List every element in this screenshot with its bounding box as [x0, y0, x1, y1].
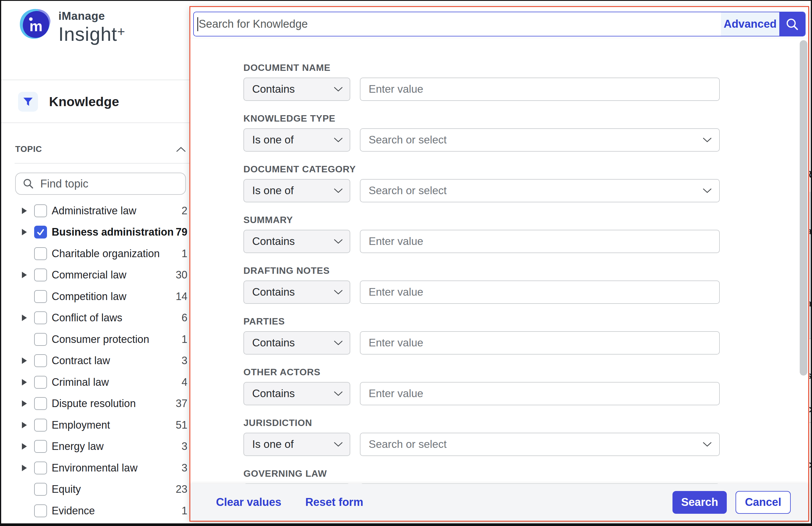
value-input[interactable]: Enter value: [360, 281, 720, 304]
search-placeholder: Search for Knowledge: [199, 18, 308, 30]
topic-row[interactable]: Dispute resolution 37: [1, 393, 194, 415]
value-input[interactable]: Search or select: [360, 128, 720, 152]
find-topic-input[interactable]: Find topic: [15, 172, 186, 195]
topic-row[interactable]: Evidence 1: [1, 500, 194, 522]
topic-count: 3: [182, 355, 187, 367]
topic-checkbox[interactable]: [34, 247, 47, 260]
topic-checkbox[interactable]: [34, 440, 47, 453]
chevron-down-icon: [334, 341, 343, 346]
topic-checkbox[interactable]: [34, 505, 47, 517]
chevron-up-icon[interactable]: [176, 146, 186, 152]
topic-row[interactable]: Employment 51: [1, 414, 194, 436]
operator-dropdown[interactable]: Contains: [243, 78, 350, 101]
topic-row[interactable]: Consumer protection 1: [1, 329, 194, 350]
topic-checkbox[interactable]: [34, 483, 47, 496]
operator-dropdown[interactable]: Contains: [243, 331, 350, 355]
expand-arrow-icon[interactable]: [22, 443, 27, 450]
value-input[interactable]: Search or select: [360, 179, 720, 202]
topic-checkbox[interactable]: [34, 205, 47, 217]
topic-count: 1: [182, 333, 187, 346]
dialog-scrollbar[interactable]: [800, 39, 807, 483]
expand-arrow-icon[interactable]: [22, 400, 27, 407]
value-input[interactable]: Enter value: [360, 230, 720, 253]
sidebar: m iManage Insight+ Knowledge TOPIC: [1, 1, 194, 523]
operator-dropdown[interactable]: Is one of: [243, 433, 350, 456]
imanage-logo-icon: m: [18, 8, 52, 40]
topic-checkbox[interactable]: [34, 354, 47, 367]
topic-checkbox[interactable]: [34, 419, 47, 432]
knowledge-search-bar: Search for Knowledge Advanced: [193, 12, 806, 36]
expand-arrow-icon[interactable]: [22, 422, 27, 428]
topic-row[interactable]: Equity 23: [1, 479, 194, 500]
topic-checkbox[interactable]: [34, 290, 47, 303]
expand-arrow-icon[interactable]: [22, 272, 27, 278]
topic-label: Criminal law: [52, 376, 109, 388]
value-input[interactable]: Enter value: [360, 382, 720, 405]
expand-arrow-icon[interactable]: [22, 208, 27, 214]
topic-row[interactable]: Commercial law 30: [1, 265, 194, 286]
value-input[interactable]: Enter value: [360, 331, 720, 355]
topic-row[interactable]: Criminal law 4: [1, 372, 194, 393]
topic-row[interactable]: Charitable organization 1: [1, 243, 194, 265]
clipped-text-fragment: c: [809, 459, 812, 470]
field-label: PARTIES: [243, 315, 808, 327]
expand-arrow-icon[interactable]: [22, 358, 27, 364]
value-input[interactable]: Enter value: [360, 78, 720, 101]
field-row: Contains Enter value: [243, 281, 808, 304]
topic-row[interactable]: Business administration 79: [1, 222, 194, 243]
operator-dropdown[interactable]: Contains: [243, 230, 350, 253]
chevron-down-icon: [334, 87, 343, 92]
divider: [15, 163, 191, 164]
operator-dropdown[interactable]: Contains: [243, 281, 350, 304]
topic-label: Administrative law: [52, 205, 136, 217]
search-input[interactable]: Search for Knowledge: [194, 12, 721, 36]
topic-row[interactable]: Environmental law 3: [1, 457, 194, 479]
operator-dropdown[interactable]: Contains: [243, 382, 350, 405]
operator-value: Is one of: [252, 438, 294, 450]
expand-arrow-icon[interactable]: [22, 229, 27, 235]
logo-text: iManage Insight+: [58, 8, 125, 45]
topic-row[interactable]: Energy law 3: [1, 436, 194, 457]
operator-value: Contains: [252, 337, 295, 349]
operator-value: Contains: [252, 388, 295, 400]
topic-count: 6: [182, 312, 187, 324]
clipped-text-fragment: ta: [809, 298, 812, 309]
app-root: m iManage Insight+ Knowledge TOPIC: [0, 0, 812, 526]
topic-count: 23: [176, 483, 187, 495]
topic-checkbox[interactable]: [34, 397, 47, 410]
topic-checkbox[interactable]: [34, 462, 47, 475]
field-label: GOVERNING LAW: [243, 468, 808, 479]
search-button[interactable]: Search: [672, 491, 727, 514]
search-icon: [785, 17, 799, 31]
expand-arrow-icon[interactable]: [22, 379, 27, 386]
dialog-footer: Clear values Reset form Search Cancel: [190, 484, 808, 521]
value-input[interactable]: Search or select: [360, 433, 720, 456]
topic-row[interactable]: Contract law 3: [1, 350, 194, 372]
background-row-band: [809, 192, 812, 339]
scrollbar-thumb[interactable]: [800, 40, 807, 376]
topic-checkbox[interactable]: [34, 311, 47, 324]
topic-checkbox[interactable]: [34, 269, 47, 281]
topic-checkbox[interactable]: [34, 226, 47, 239]
expand-arrow-icon[interactable]: [22, 465, 27, 471]
topic-row[interactable]: Conflict of laws 6: [1, 307, 194, 329]
expand-arrow-icon[interactable]: [22, 315, 27, 321]
advanced-button[interactable]: Advanced: [721, 12, 779, 36]
operator-dropdown[interactable]: Is one of: [243, 128, 350, 152]
operator-dropdown[interactable]: Is one of: [243, 179, 350, 202]
search-submit-button[interactable]: [779, 12, 805, 36]
clipped-text-fragment: c: [809, 403, 812, 415]
topic-checkbox[interactable]: [34, 333, 47, 346]
topic-row[interactable]: Competition law 14: [1, 286, 194, 307]
form-field-group: DOCUMENT CATEGORY Is one of Search or se…: [243, 163, 808, 202]
topic-row[interactable]: Administrative law 2: [1, 200, 194, 222]
cancel-button[interactable]: Cancel: [736, 491, 791, 514]
topic-checkbox[interactable]: [34, 376, 47, 389]
topic-count: 1: [182, 247, 187, 260]
topic-count: 37: [176, 397, 187, 410]
topic-section-header[interactable]: TOPIC: [15, 144, 186, 154]
form-field-group: JURISDICTION Is one of Search or select: [243, 417, 808, 456]
clear-values-button[interactable]: Clear values: [216, 496, 281, 509]
logo-brand-text: iManage: [58, 10, 125, 22]
reset-form-button[interactable]: Reset form: [305, 496, 363, 509]
